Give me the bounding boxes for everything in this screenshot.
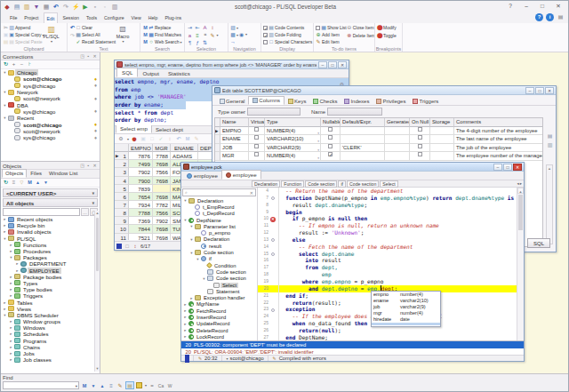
- ribbon-button[interactable]: Close Item: [347, 24, 375, 31]
- find-option-icon[interactable]: [157, 382, 164, 389]
- find-toolbar-icon[interactable]: [90, 382, 97, 389]
- tree-item[interactable]: ▸ Recent objects: [1, 216, 94, 222]
- cell-comment[interactable]: The last name of the employee: [454, 135, 542, 144]
- ribbon-button[interactable]: [195, 24, 203, 31]
- objects-tab[interactable]: Window List: [45, 169, 81, 178]
- qat-icon[interactable]: ◆: [3, 3, 12, 12]
- type-owner-input[interactable]: [247, 108, 301, 116]
- expand-icon[interactable]: ▸: [14, 268, 20, 273]
- ribbon-button[interactable]: [142, 38, 148, 45]
- tree-item[interactable]: ▸ Windows: [1, 324, 94, 331]
- gutter-marker[interactable]: [268, 307, 277, 313]
- nullable-checkbox[interactable]: [328, 144, 333, 148]
- cell-comment[interactable]: The employee number of the manager: [454, 152, 542, 161]
- user-filter-dropdown[interactable]: <CURRENT USER>▾: [3, 188, 98, 197]
- folder-results-toggle[interactable]: [125, 381, 134, 389]
- qat-icon[interactable]: ↷: [61, 3, 70, 12]
- qat-icon[interactable]: ◦: [100, 3, 109, 12]
- ribbon-button[interactable]: [202, 31, 210, 38]
- expand-icon[interactable]: ▸: [8, 243, 14, 247]
- expand-icon[interactable]: ▸: [182, 334, 188, 339]
- cell-mgr[interactable]: 7566: [153, 168, 171, 176]
- ribbon-button[interactable]: [195, 39, 203, 46]
- toolbar-icon[interactable]: [27, 61, 33, 68]
- tree-item[interactable]: ▸ Chains: [1, 344, 94, 350]
- ribbon-button[interactable]: [187, 39, 195, 46]
- dock-icon[interactable]: ◳: [79, 163, 85, 168]
- cell-mgr[interactable]: [153, 185, 171, 193]
- ribbon-button[interactable]: [3, 24, 9, 31]
- dock-icon[interactable]: ◳: [79, 53, 85, 59]
- checkbox[interactable]: ✓: [263, 33, 268, 37]
- copy-icon[interactable]: [140, 135, 147, 142]
- cell-empno[interactable]: 7844: [129, 225, 153, 233]
- tree-item[interactable]: ▸ Job classes: [1, 356, 94, 363]
- structure-filter-input[interactable]: ⌕✕: [182, 188, 256, 196]
- toolbar-icon[interactable]: [27, 180, 33, 186]
- tree-item[interactable]: ▸ Recycle bin: [1, 222, 94, 228]
- nav-right-icon[interactable]: ▸: [520, 181, 522, 186]
- tree-item[interactable]: ▾ PL/SQL: [1, 236, 94, 242]
- expand-icon[interactable]: ▸: [8, 293, 14, 298]
- column-comment-icon[interactable]: ▥: [546, 141, 554, 148]
- scroll-up-arrow[interactable]: ▲: [95, 211, 100, 216]
- tree-item[interactable]: ▾ Parameter list: [181, 223, 257, 229]
- tree-item[interactable]: ▾ Code section: [181, 249, 257, 255]
- expand-icon[interactable]: ▸: [2, 223, 8, 228]
- dialog-tab[interactable]: Triggers: [409, 98, 442, 105]
- tree-item[interactable]: ▸ Schedules: [1, 331, 94, 337]
- cell-mgr[interactable]: 7698: [153, 225, 171, 233]
- table-row[interactable]: JOB VARCHAR2(9)▾ 'CLERK' The job of the …: [215, 144, 542, 153]
- ribbon-tab[interactable]: File: [7, 12, 20, 23]
- expand-icon[interactable]: ▾: [188, 237, 195, 242]
- ribbon-button[interactable]: [69, 24, 76, 31]
- tree-item[interactable]: ▸ Window groups: [1, 318, 94, 324]
- tree-item[interactable]: ▸ Views: [1, 306, 94, 312]
- ribbon-button[interactable]: [142, 24, 148, 31]
- ribbon-tab[interactable]: Plug-ins: [162, 12, 184, 23]
- toolbar-icon[interactable]: [19, 61, 25, 68]
- tree-item[interactable]: t_DeptRecord: [181, 211, 257, 217]
- expand-icon[interactable]: ▸: [8, 339, 14, 343]
- cell-mgr[interactable]: 7902: [153, 217, 171, 225]
- virtual-checkbox[interactable]: [254, 152, 259, 156]
- cell-empno[interactable]: 7499: [129, 160, 153, 168]
- expand-icon[interactable]: ▾: [201, 276, 207, 281]
- expand-icon[interactable]: ▾: [188, 251, 195, 255]
- error-row[interactable]: 20 PLS-00302: component 'DEPT' must be d…: [181, 341, 524, 348]
- expand-icon[interactable]: ▾: [2, 90, 8, 94]
- checkbox[interactable]: [263, 40, 268, 44]
- expand-icon[interactable]: ▾: [2, 116, 8, 120]
- breadcrumb-item[interactable]: Select: [380, 180, 397, 188]
- revert-icon[interactable]: [175, 135, 182, 142]
- expand-icon[interactable]: ▸: [8, 275, 14, 279]
- column-header[interactable]: Nullable: [321, 118, 341, 127]
- tree-item[interactable]: ▾ Code section: [181, 276, 257, 282]
- cell-mgr[interactable]: 7566: [153, 209, 171, 217]
- tree-item[interactable]: ▸ FetchRecord: [181, 308, 257, 314]
- tree-item[interactable]: Condition: [181, 262, 257, 268]
- expand-icon[interactable]: ▸: [14, 261, 20, 266]
- tree-item[interactable]: sys@chicago ♦: [1, 108, 100, 115]
- filter-input[interactable]: [3, 208, 80, 216]
- help-icon[interactable]: ?: [502, 1, 518, 12]
- onnull-checkbox[interactable]: [418, 144, 422, 148]
- cell-mgr[interactable]: 7698: [153, 177, 171, 185]
- cell-storage[interactable]: [430, 127, 454, 136]
- onnull-checkbox[interactable]: [418, 127, 422, 132]
- ribbon-tab[interactable]: Session: [60, 12, 81, 23]
- ribbon-button[interactable]: [187, 24, 195, 31]
- tree-item[interactable]: sys@chicago ♦: [1, 83, 100, 89]
- expand-icon[interactable]: ▸: [2, 217, 8, 221]
- tree-item[interactable]: Select: [181, 282, 257, 288]
- table-row[interactable]: MGR NUMBER(4)▾ ✓ The employee number of …: [215, 152, 542, 161]
- expand-icon[interactable]: ▾: [2, 103, 8, 108]
- completion-item[interactable]: job varchar2(9): [372, 304, 440, 310]
- expand-icon[interactable]: ▾: [182, 218, 188, 222]
- expand-icon[interactable]: ▸: [8, 319, 14, 324]
- tree-item[interactable]: ▾ DBA: [1, 101, 100, 108]
- column-header[interactable]: Virtual: [249, 118, 265, 127]
- ribbon-button[interactable]: ▾: [238, 31, 247, 38]
- expand-icon[interactable]: ▾: [8, 255, 14, 260]
- cell-type[interactable]: NUMBER(4)▾: [265, 127, 321, 136]
